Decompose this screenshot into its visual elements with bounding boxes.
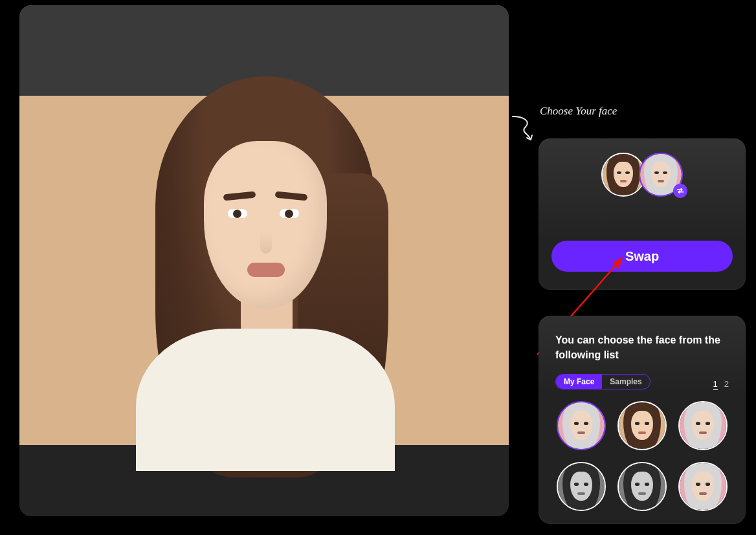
face-thumb-6[interactable] bbox=[678, 462, 728, 511]
swap-direction-icon[interactable] bbox=[673, 184, 687, 198]
face-list-title: You can choose the face from the followi… bbox=[539, 316, 746, 365]
pager-total[interactable]: 2 bbox=[724, 379, 729, 390]
face-thumb-3[interactable] bbox=[678, 401, 728, 450]
face-thumb-1[interactable] bbox=[557, 401, 606, 450]
segmented-control: My Face Samples bbox=[555, 374, 650, 389]
swap-panel: Swap bbox=[539, 138, 746, 290]
face-pair bbox=[539, 138, 746, 198]
swap-button[interactable]: Swap bbox=[551, 241, 733, 272]
curly-arrow-icon bbox=[511, 115, 537, 147]
face-thumb-4[interactable] bbox=[557, 462, 606, 511]
app-root: Choose Your face Swap bbox=[0, 0, 756, 535]
hint-text: Choose Your face bbox=[540, 105, 617, 117]
face-thumb-2[interactable] bbox=[617, 401, 667, 450]
preview-stage bbox=[19, 5, 509, 516]
face-list-panel: You can choose the face from the followi… bbox=[539, 316, 746, 524]
source-photo[interactable] bbox=[19, 96, 509, 445]
face-thumb-5[interactable] bbox=[617, 462, 667, 511]
face-grid bbox=[539, 401, 746, 511]
pager-current[interactable]: 1 bbox=[713, 379, 718, 390]
portrait-illustration bbox=[19, 96, 509, 445]
source-image-panel bbox=[19, 5, 509, 516]
face-pager: 1 2 bbox=[713, 379, 729, 390]
tab-my-face[interactable]: My Face bbox=[556, 375, 602, 389]
tab-samples[interactable]: Samples bbox=[602, 375, 649, 389]
